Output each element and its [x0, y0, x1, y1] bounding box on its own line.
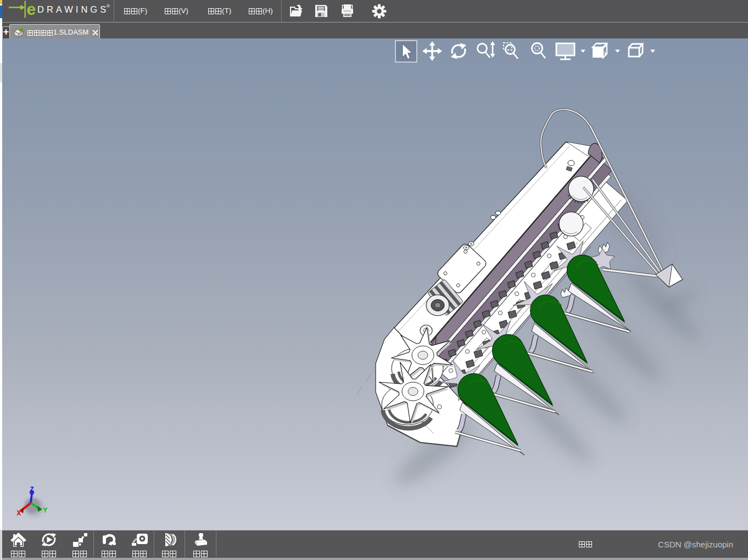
svg-text:X: X [17, 510, 21, 516]
svg-text:R: R [107, 4, 109, 8]
svg-text:Y: Y [43, 507, 47, 513]
svg-text:Z: Z [30, 486, 34, 492]
svg-text:DRAWINGS: DRAWINGS [37, 4, 109, 14]
svg-text:e: e [27, 0, 36, 18]
